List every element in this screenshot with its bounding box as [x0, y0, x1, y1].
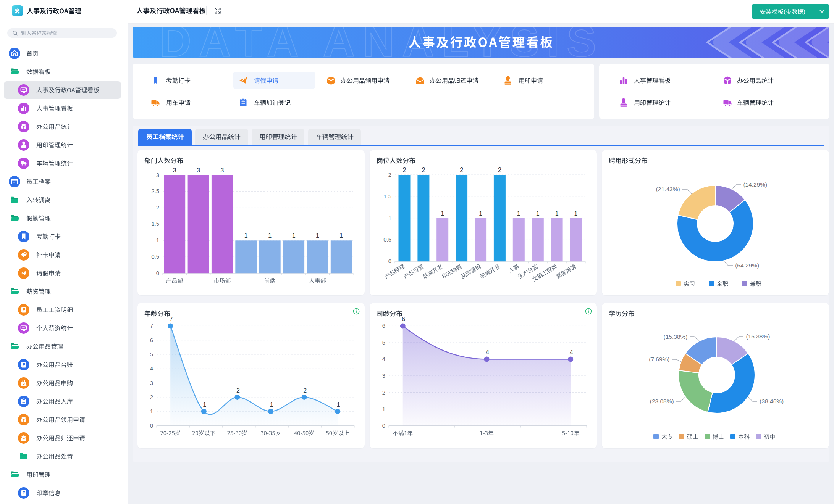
svg-text:1: 1: [150, 408, 153, 414]
svg-text:2: 2: [382, 389, 385, 396]
svg-text:2: 2: [498, 167, 501, 173]
svg-text:2: 2: [156, 204, 159, 211]
svg-text:1: 1: [203, 401, 206, 408]
svg-text:0: 0: [150, 422, 153, 429]
svg-text:7: 7: [170, 316, 173, 322]
svg-text:1: 1: [388, 215, 391, 221]
svg-text:5: 5: [150, 351, 153, 357]
svg-text:7: 7: [150, 322, 153, 329]
svg-text:1.5: 1.5: [383, 193, 391, 200]
svg-text:0: 0: [156, 270, 159, 276]
svg-text:6: 6: [402, 316, 405, 322]
svg-text:2: 2: [236, 387, 240, 394]
svg-text:(64.29%): (64.29%): [735, 262, 759, 269]
svg-text:6: 6: [382, 322, 385, 329]
svg-text:2: 2: [303, 387, 307, 394]
svg-text:4: 4: [570, 349, 573, 356]
svg-text:2: 2: [422, 167, 425, 173]
svg-text:1: 1: [479, 210, 482, 217]
svg-text:(7.69%): (7.69%): [649, 356, 669, 362]
svg-text:1: 1: [382, 406, 385, 412]
svg-text:1: 1: [292, 232, 296, 239]
svg-text:2: 2: [150, 394, 153, 400]
svg-text:3: 3: [156, 172, 159, 178]
svg-text:0.5: 0.5: [383, 236, 391, 243]
svg-text:3: 3: [220, 167, 224, 174]
svg-text:1: 1: [337, 401, 340, 408]
svg-text:4: 4: [382, 356, 385, 362]
svg-text:5: 5: [382, 339, 385, 346]
svg-text:2: 2: [388, 171, 391, 178]
svg-text:(15.38%): (15.38%): [746, 333, 770, 340]
svg-text:1: 1: [244, 232, 248, 239]
svg-text:1.5: 1.5: [151, 221, 159, 227]
svg-text:0: 0: [382, 422, 385, 429]
svg-text:(21.43%): (21.43%): [656, 186, 680, 192]
svg-text:(15.38%): (15.38%): [664, 333, 688, 340]
svg-text:0: 0: [388, 258, 391, 264]
svg-text:1: 1: [517, 210, 520, 217]
svg-text:3: 3: [173, 167, 176, 174]
svg-text:1: 1: [270, 401, 273, 408]
svg-text:3: 3: [382, 372, 385, 379]
svg-text:1: 1: [536, 210, 540, 217]
svg-text:2.5: 2.5: [151, 188, 159, 194]
svg-text:3: 3: [197, 167, 200, 174]
svg-text:4: 4: [486, 349, 489, 356]
svg-text:1: 1: [268, 232, 272, 239]
svg-text:(23.08%): (23.08%): [650, 398, 674, 404]
svg-text:2: 2: [460, 167, 463, 173]
svg-text:1: 1: [156, 237, 159, 243]
svg-text:1: 1: [441, 210, 444, 217]
svg-text:1: 1: [316, 232, 319, 239]
svg-text:2: 2: [403, 167, 406, 173]
svg-text:4: 4: [150, 365, 153, 372]
svg-text:(38.46%): (38.46%): [760, 398, 784, 404]
svg-text:1: 1: [555, 210, 559, 217]
svg-text:0.5: 0.5: [151, 253, 159, 260]
svg-text:1: 1: [339, 232, 343, 239]
svg-text:(14.29%): (14.29%): [743, 181, 767, 188]
svg-text:3: 3: [150, 380, 153, 386]
svg-text:6: 6: [150, 337, 153, 343]
svg-text:1: 1: [574, 210, 578, 217]
